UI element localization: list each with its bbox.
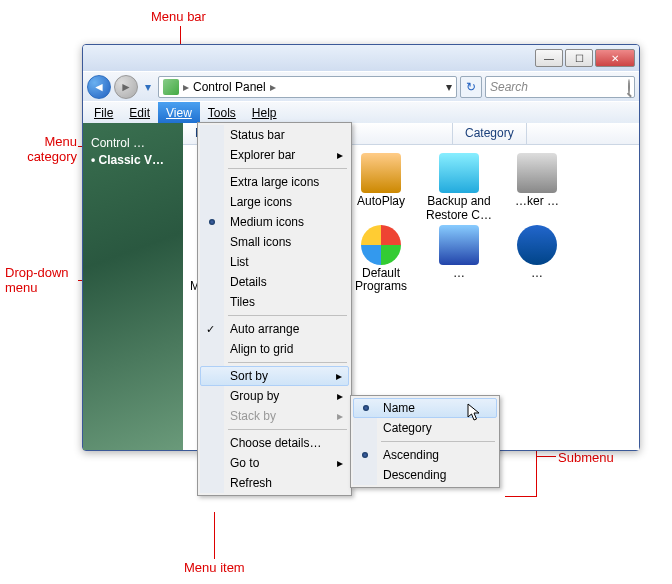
submenu-ascending[interactable]: Ascending	[353, 445, 497, 465]
menu-label: Go to	[230, 456, 259, 470]
sidebar: Control … Classic V…	[83, 123, 183, 450]
search-icon	[628, 80, 630, 94]
breadcrumb-text[interactable]: Control Panel	[193, 80, 266, 94]
radio-bullet-icon	[363, 405, 369, 411]
menu-file[interactable]: File	[86, 102, 121, 123]
cp-icon	[439, 225, 479, 265]
cp-icon	[361, 225, 401, 265]
menu-refresh[interactable]: Refresh	[200, 473, 349, 493]
control-panel-icon	[163, 79, 179, 95]
menu-separator	[228, 429, 347, 430]
menu-separator	[228, 362, 347, 363]
column-category[interactable]: Category	[453, 123, 527, 144]
menu-list[interactable]: List	[200, 252, 349, 272]
close-button[interactable]: ✕	[595, 49, 635, 67]
menu-stack-by: Stack by▸	[200, 406, 349, 426]
submenu-descending[interactable]: Descending	[353, 465, 497, 485]
sidebar-item-selected[interactable]: Classic V…	[91, 153, 175, 167]
list-item[interactable]: Default Programs	[345, 225, 417, 295]
menu-edit[interactable]: Edit	[121, 102, 158, 123]
menu-help[interactable]: Help	[244, 102, 285, 123]
address-dropdown-icon[interactable]: ▾	[446, 80, 452, 94]
menu-auto-arrange[interactable]: ✓Auto arrange	[200, 319, 349, 339]
menu-medium-icons[interactable]: Medium icons	[200, 212, 349, 232]
menu-details[interactable]: Details	[200, 272, 349, 292]
menu-status-bar[interactable]: Status bar	[200, 125, 349, 145]
radio-bullet-icon	[362, 452, 368, 458]
menu-bar: File Edit View Tools Help	[83, 101, 639, 123]
list-item[interactable]: …	[501, 225, 573, 295]
menu-tiles[interactable]: Tiles	[200, 292, 349, 312]
list-item[interactable]: Backup and Restore C…	[423, 153, 495, 223]
menu-tools[interactable]: Tools	[200, 102, 244, 123]
menu-separator	[228, 315, 347, 316]
menu-choose-details[interactable]: Choose details…	[200, 433, 349, 453]
list-item[interactable]: …ker …	[501, 153, 573, 223]
breadcrumb-sep-icon: ▸	[270, 80, 276, 94]
menu-small-icons[interactable]: Small icons	[200, 232, 349, 252]
annotation-dropdown: Drop-down menu	[5, 265, 80, 295]
back-button[interactable]: ◄	[87, 75, 111, 99]
submenu-arrow-icon: ▸	[336, 369, 342, 383]
menu-xl-icons[interactable]: Extra large icons	[200, 172, 349, 192]
menu-group-by[interactable]: Group by▸	[200, 386, 349, 406]
annotation-menu-item: Menu item	[184, 560, 245, 575]
view-dropdown-menu: Status bar Explorer bar▸ Extra large ico…	[197, 122, 352, 496]
annotation-line	[505, 496, 537, 497]
menu-large-icons[interactable]: Large icons	[200, 192, 349, 212]
explorer-window: — ☐ ✕ ◄ ► ▾ ▸ Control Panel ▸ ▾ ↻ Search…	[82, 44, 640, 451]
refresh-button[interactable]: ↻	[460, 76, 482, 98]
item-label: …	[531, 266, 543, 280]
check-icon: ✓	[206, 323, 215, 336]
menu-label: Group by	[230, 389, 279, 403]
annotation-menu-category: Menu category	[22, 134, 77, 164]
sidebar-item[interactable]: Control …	[91, 136, 175, 150]
titlebar: — ☐ ✕	[83, 45, 639, 71]
menu-separator	[381, 441, 495, 442]
address-bar[interactable]: ▸ Control Panel ▸ ▾	[158, 76, 457, 98]
search-input[interactable]: Search	[485, 76, 635, 98]
cp-icon	[439, 153, 479, 193]
cursor-icon	[467, 403, 483, 427]
item-label: …	[453, 266, 465, 280]
menu-go-to[interactable]: Go to▸	[200, 453, 349, 473]
cp-icon	[517, 153, 557, 193]
cp-icon	[517, 225, 557, 265]
menu-separator	[228, 168, 347, 169]
menu-label: Ascending	[383, 448, 439, 462]
menu-view[interactable]: View	[158, 102, 200, 123]
menu-label: Auto arrange	[230, 322, 299, 336]
nav-toolbar: ◄ ► ▾ ▸ Control Panel ▸ ▾ ↻ Search	[83, 71, 639, 101]
search-placeholder: Search	[490, 80, 528, 94]
annotation-submenu: Submenu	[558, 450, 614, 465]
maximize-button[interactable]: ☐	[565, 49, 593, 67]
breadcrumb-sep-icon: ▸	[183, 80, 189, 94]
submenu-arrow-icon: ▸	[337, 148, 343, 162]
list-item[interactable]: …	[423, 225, 495, 295]
submenu-arrow-icon: ▸	[337, 389, 343, 403]
list-item[interactable]: AutoPlay	[345, 153, 417, 223]
minimize-button[interactable]: —	[535, 49, 563, 67]
menu-explorer-bar[interactable]: Explorer bar▸	[200, 145, 349, 165]
cp-icon	[361, 153, 401, 193]
menu-label: Name	[383, 401, 415, 415]
annotation-menu-bar: Menu bar	[151, 9, 206, 24]
forward-button[interactable]: ►	[114, 75, 138, 99]
menu-label: Medium icons	[230, 215, 304, 229]
annotation-line	[536, 456, 556, 457]
menu-label: Sort by	[230, 369, 268, 383]
menu-label: Stack by	[230, 409, 276, 423]
menu-sort-by[interactable]: Sort by▸	[200, 366, 349, 386]
menu-label: Explorer bar	[230, 148, 295, 162]
submenu-arrow-icon: ▸	[337, 409, 343, 423]
item-label: Default Programs	[355, 266, 407, 294]
item-label: …ker …	[515, 194, 559, 208]
submenu-arrow-icon: ▸	[337, 456, 343, 470]
item-label: Backup and Restore C…	[426, 194, 492, 222]
radio-bullet-icon	[209, 219, 215, 225]
annotation-line	[214, 512, 215, 559]
history-dropdown[interactable]: ▾	[141, 77, 155, 97]
item-label: AutoPlay	[357, 194, 405, 208]
menu-align-grid[interactable]: Align to grid	[200, 339, 349, 359]
